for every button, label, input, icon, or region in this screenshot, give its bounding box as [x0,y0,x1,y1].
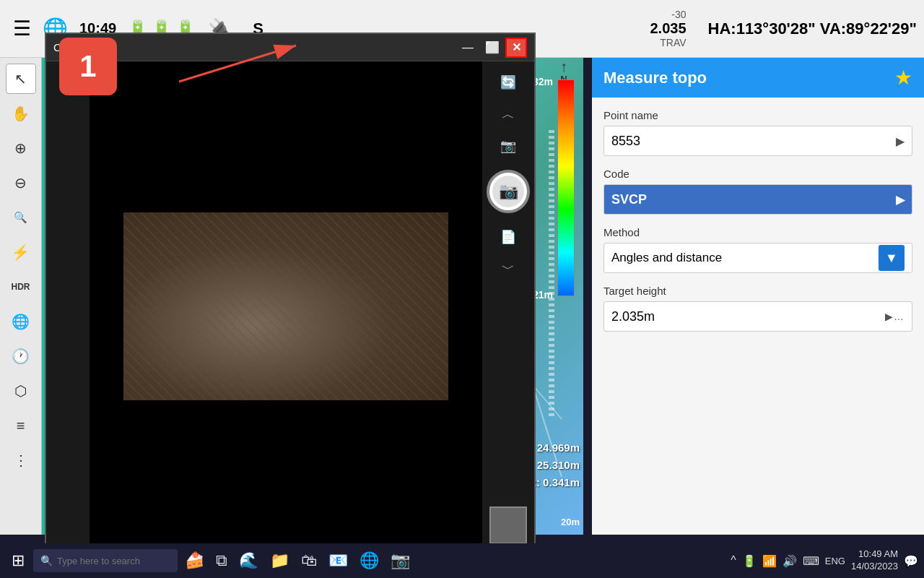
camera-refresh-icon[interactable]: 🔄 [491,69,526,96]
taskbar-folder-icon[interactable]: 📁 [266,550,294,571]
sys-battery-icon: 🔋 [742,554,757,568]
camera-main [90,61,482,551]
camera-restore-button[interactable]: ⬜ [479,39,505,56]
layers-tool[interactable]: ≡ [6,410,36,441]
panel-header: Measure topo ★ [592,58,924,98]
taskbar-store-icon[interactable]: 🛍 [297,550,321,571]
code-field: Code SVCP ▶ [603,168,912,215]
camera-video-icon[interactable]: 📷 [491,132,526,160]
taskbar-camera-icon[interactable]: 📷 [386,550,414,571]
target-height-field: Target height 2.035m ▶… [603,285,912,332]
clock-tool[interactable]: 🕐 [6,341,36,371]
hdr-tool[interactable]: HDR [6,272,36,302]
camera-window: Camera — ⬜ ✕ ⚙ 🔄 ︿ 📷 📷 📄 ﹀ [45,33,536,553]
cursor-tool[interactable]: ↖ [6,64,36,94]
camera-titlebar: Camera — ⬜ ✕ [46,34,534,61]
target-height-label: Target height [603,285,912,297]
ha-va-display: HA:113°30'28" VA:89°22'29" [708,20,917,38]
taskbar-notification-icon[interactable]: 💬 [904,554,918,568]
map-measurements: 24.969m 25.310m z: 0.341m [531,439,580,491]
camera-doc-icon[interactable]: 📄 [491,223,526,251]
code-arrow-icon[interactable]: ▶ [896,193,905,207]
code-row[interactable]: SVCP ▶ [603,184,912,215]
taskbar-mail-icon[interactable]: 📧 [324,550,352,571]
right-panel: Measure topo ★ Point name 8553 ▶ Code SV… [592,58,924,535]
code-value: SVCP [611,192,896,207]
camera-viewport [90,61,482,551]
measurement-2: 25.310m [531,457,580,474]
camera-down-chevron[interactable]: ﹀ [491,255,526,282]
trav-reading: -30 2.035 TRAV [650,9,686,48]
target-height-action-icon[interactable]: ▶… [885,311,905,322]
method-label: Method [603,226,912,238]
camera-close-button[interactable]: ✕ [505,38,527,58]
code-label: Code [603,168,912,180]
reading-value: 2.035 [650,20,686,37]
search-bar[interactable]: 🔍 [33,549,178,572]
reading-top: -30 [650,9,686,20]
method-field: Method Angles and distance ▼ [603,226,912,273]
target-height-value: 2.035m [611,309,885,324]
camera-right-tools: 🔄 ︿ 📷 📷 📄 ﹀ [482,61,534,551]
globe-rotate-tool[interactable]: 🌐 [6,306,36,337]
taskbar-clock: 10:49 AM 14/03/2023 [851,548,898,573]
chevron-up-icon[interactable]: ^ [731,554,736,567]
hex-tool[interactable]: ⬡ [6,376,36,406]
point-name-row[interactable]: 8553 ▶ [603,126,912,156]
point-name-label: Point name [603,109,912,121]
taskbar-edge-icon[interactable]: 🌊 [235,550,263,571]
hamburger-icon[interactable]: ☰ [13,17,31,40]
method-row[interactable]: Angles and distance ▼ [603,243,912,273]
camera-color-swatch [489,506,527,544]
search-icon: 🔍 [40,555,53,566]
taskbar-globe-icon[interactable]: 🌐 [355,550,383,571]
point-name-arrow-icon[interactable]: ▶ [896,134,905,148]
zoom-fit-tool[interactable]: 🔍 [6,202,36,233]
point-name-field: Point name 8553 ▶ [603,109,912,156]
left-toolbar: ↖ ✋ ⊕ ⊖ 🔍 ⚡ HDR 🌐 🕐 ⬡ ≡ ⋮ [0,58,42,535]
sys-volume-icon[interactable]: 🔊 [783,554,797,568]
lang-display: ENG [825,556,845,566]
camera-body: ⚙ 🔄 ︿ 📷 📷 📄 ﹀ [46,61,534,551]
zoom-out-tool[interactable]: ⊖ [6,168,36,198]
scale-bar-label: 20m [561,517,580,527]
camera-shutter-button[interactable]: 📷 [487,170,530,213]
taskbar-task-view-icon[interactable]: ⧉ [212,550,232,571]
search-input[interactable] [57,556,165,566]
measurement-1: 24.969m [531,439,580,457]
system-tray: ^ 🔋 📶 🔊 ⌨ ENG 10:49 AM 14/03/2023 💬 [731,548,918,573]
camera-shutter-inner: 📷 [492,176,524,207]
camera-up-chevron[interactable]: ︿ [491,100,526,128]
bolt-tool[interactable]: ⚡ [6,237,36,267]
zoom-in-tool[interactable]: ⊕ [6,133,36,163]
reading-label: TRAV [650,37,686,48]
taskbar-cake-icon[interactable]: 🍰 [180,550,209,571]
camera-left-tools: ⚙ [46,61,90,551]
taskbar-date-value: 14/03/2023 [851,561,898,573]
measurement-3: z: 0.341m [531,474,580,491]
point-name-value: 8553 [611,134,896,149]
camera-minimize-button[interactable]: — [456,40,479,56]
panel-body: Point name 8553 ▶ Code SVCP ▶ Method Ang… [592,98,924,343]
target-height-row[interactable]: 2.035m ▶… [603,301,912,332]
step-number-badge: 1 [59,38,117,95]
more-tool[interactable]: ⋮ [6,445,36,475]
method-value: Angles and distance [611,251,879,265]
method-dropdown-button[interactable]: ▼ [879,245,905,271]
start-button[interactable]: ⊞ [6,548,30,573]
panel-title: Measure topo [603,69,894,87]
hand-tool[interactable]: ✋ [6,98,36,129]
sys-keyboard-icon: ⌨ [803,554,819,568]
star-button[interactable]: ★ [894,66,912,90]
taskbar: ⊞ 🔍 🍰 ⧉ 🌊 📁 🛍 📧 🌐 📷 ^ 🔋 📶 🔊 ⌨ ENG 10:49 … [0,543,924,578]
sys-network-icon: 📶 [762,554,777,568]
camera-image [123,212,448,400]
taskbar-time-value: 10:49 AM [851,548,898,561]
